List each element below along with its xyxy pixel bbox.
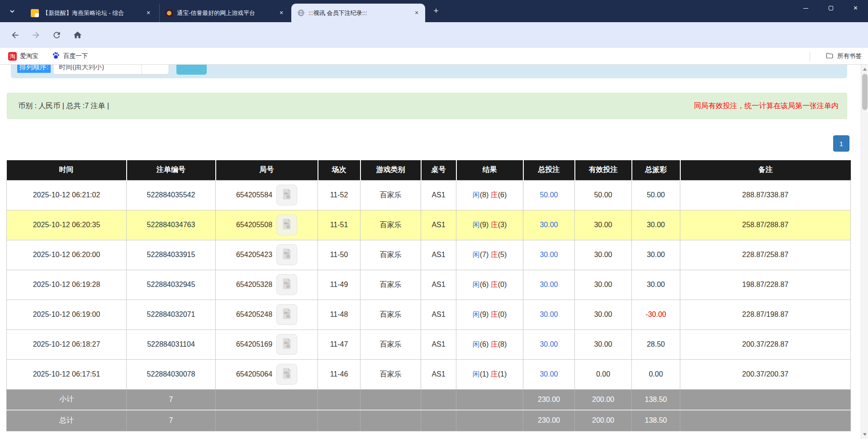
table-row: 2025-10-12 06:18:27522884031104654205169… bbox=[7, 329, 851, 359]
cell-round: 654205169 bbox=[216, 329, 318, 359]
chevron-down-icon[interactable] bbox=[6, 5, 18, 17]
video-file-icon bbox=[280, 247, 294, 262]
cell-game-type: 百家乐 bbox=[360, 300, 421, 329]
submit-button[interactable] bbox=[176, 65, 207, 75]
result-banker: 庄 bbox=[491, 281, 498, 288]
video-file-icon bbox=[280, 187, 294, 203]
video-file-icon bbox=[280, 367, 294, 382]
cell-total-bet-link[interactable]: 30.00 bbox=[523, 270, 575, 300]
forward-icon[interactable] bbox=[29, 28, 43, 42]
cell-game-type: 百家乐 bbox=[360, 180, 421, 210]
cell-payout: 50.00 bbox=[632, 180, 680, 210]
total-label: 总计 bbox=[7, 410, 127, 431]
summary-bar: 币别 : 人民币 | 总共 :7 注单 | 同局有效投注，统一计算在该局第一张注… bbox=[7, 93, 847, 119]
cell-session: 11-46 bbox=[318, 359, 360, 389]
video-replay-button[interactable] bbox=[276, 185, 297, 205]
result-player-score: (9) bbox=[480, 310, 489, 318]
reload-icon[interactable] bbox=[50, 28, 63, 42]
column-header: 备注 bbox=[680, 160, 851, 180]
column-header: 场次 bbox=[318, 160, 360, 180]
result-banker: 庄 bbox=[491, 310, 498, 318]
cell-table-no: AS1 bbox=[421, 359, 456, 389]
tab-forum[interactable]: 【新提醒】海燕策略论坛 - 综合 × bbox=[25, 4, 157, 22]
cell-payout: 30.00 bbox=[632, 210, 680, 240]
home-icon[interactable] bbox=[71, 28, 84, 42]
close-tab-icon[interactable]: × bbox=[277, 9, 285, 17]
minimize-button[interactable] bbox=[793, 0, 818, 16]
column-header: 桌号 bbox=[421, 160, 456, 180]
select-arrow-area bbox=[142, 65, 169, 74]
tab-title: 通宝-信誉最好的网上游戏平台 bbox=[177, 9, 274, 17]
cell-table-no: AS1 bbox=[421, 329, 456, 359]
cell-game-type: 百家乐 bbox=[360, 240, 421, 270]
scrollbar-thumb[interactable] bbox=[862, 74, 868, 110]
tab-tongbao[interactable]: 通宝-信誉最好的网上游戏平台 × bbox=[159, 4, 290, 22]
video-replay-button[interactable] bbox=[276, 244, 297, 265]
bookmark-taobao[interactable]: 淘 爱淘宝 bbox=[5, 51, 41, 62]
result-banker-score: (6) bbox=[498, 191, 507, 199]
baidu-paw-icon bbox=[52, 51, 60, 61]
cell-table-no: AS1 bbox=[421, 180, 456, 210]
search-form-clipped: 排列顺序: 时间(由大到小) bbox=[11, 65, 847, 78]
cell-valid-bet: 30.00 bbox=[575, 210, 632, 240]
scroll-up-arrow[interactable] bbox=[861, 66, 868, 73]
cell-table-no: AS1 bbox=[421, 270, 456, 300]
sort-select-value: 时间(由大到小) bbox=[53, 65, 142, 72]
subtotal-label: 小计 bbox=[7, 389, 127, 410]
total-valid-bet: 200.00 bbox=[575, 410, 632, 431]
pagination-page-1-button[interactable]: 1 bbox=[833, 135, 849, 152]
subtotal-payout: 138.50 bbox=[632, 389, 680, 410]
video-replay-button[interactable] bbox=[276, 274, 297, 295]
cell-total-bet-link[interactable]: 30.00 bbox=[523, 359, 575, 389]
window-controls: × bbox=[793, 0, 868, 16]
result-player: 闲 bbox=[473, 251, 480, 258]
maximize-button[interactable] bbox=[818, 0, 843, 16]
cell-bet-id: 522884034763 bbox=[127, 210, 216, 240]
cell-total-bet-link[interactable]: 30.00 bbox=[523, 300, 575, 329]
result-player-score: (7) bbox=[480, 251, 489, 258]
close-window-button[interactable]: × bbox=[843, 0, 868, 16]
all-bookmarks-button[interactable]: 所有书签 bbox=[825, 51, 862, 62]
cell-session: 11-48 bbox=[318, 300, 360, 329]
video-replay-button[interactable] bbox=[276, 334, 297, 355]
column-header: 注单编号 bbox=[127, 160, 216, 180]
cell-payout: 28.50 bbox=[632, 329, 680, 359]
sort-order-select[interactable]: 时间(由大到小) bbox=[53, 65, 169, 75]
tab-bet-records-active[interactable]: :::视讯 会员下注纪录::: × bbox=[291, 4, 425, 22]
video-replay-button[interactable] bbox=[276, 364, 297, 385]
cell-session: 11-51 bbox=[318, 210, 360, 240]
page-content: 排列顺序: 时间(由大到小) 币别 : 人民币 | 总共 :7 注单 | 同局有… bbox=[0, 65, 868, 439]
cell-note: 228.87/198.87 bbox=[680, 300, 851, 329]
video-replay-button[interactable] bbox=[276, 215, 297, 235]
result-banker: 庄 bbox=[491, 340, 498, 348]
round-number: 654205328 bbox=[236, 281, 272, 289]
cell-result: 闲(7) 庄(5) bbox=[456, 240, 523, 270]
cell-total-bet-link[interactable]: 30.00 bbox=[523, 210, 575, 240]
cell-bet-id: 522884031104 bbox=[127, 329, 216, 359]
scroll-down-arrow[interactable] bbox=[861, 431, 868, 438]
cell-total-bet-link[interactable]: 50.00 bbox=[523, 180, 575, 210]
tab-title: 【新提醒】海燕策略论坛 - 综合 bbox=[43, 9, 141, 17]
cell-total-bet-link[interactable]: 30.00 bbox=[523, 240, 575, 270]
cell-bet-id: 522884032071 bbox=[127, 300, 216, 329]
cell-result: 闲(1) 庄(1) bbox=[456, 359, 523, 389]
cell-result: 闲(9) 庄(3) bbox=[456, 210, 523, 240]
bookmark-baidu[interactable]: 百度一下 bbox=[49, 51, 90, 62]
cell-session: 11-52 bbox=[318, 180, 360, 210]
cell-time: 2025-10-12 06:18:27 bbox=[7, 329, 127, 359]
subtotal-row: 小计 7 230.00 200.00 138.50 bbox=[7, 389, 851, 410]
table-row: 2025-10-12 06:19:28522884032945654205328… bbox=[7, 270, 851, 300]
cell-total-bet-link[interactable]: 30.00 bbox=[523, 329, 575, 359]
table-header-row: 时间注单编号局号场次游戏类别桌号结果总投注有效投注总派彩备注 bbox=[7, 160, 851, 180]
result-banker-score: (0) bbox=[498, 281, 507, 288]
close-tab-icon[interactable]: × bbox=[413, 9, 421, 17]
globe-favicon-icon bbox=[297, 9, 305, 17]
round-number: 654205423 bbox=[236, 251, 272, 259]
cell-table-no: AS1 bbox=[421, 240, 456, 270]
bookmark-label: 爱淘宝 bbox=[20, 52, 38, 60]
new-tab-button[interactable]: + bbox=[431, 6, 441, 17]
subtotal-total-bet: 230.00 bbox=[523, 389, 575, 410]
close-tab-icon[interactable]: × bbox=[144, 9, 152, 17]
back-icon[interactable] bbox=[8, 28, 22, 42]
video-replay-button[interactable] bbox=[276, 304, 297, 325]
